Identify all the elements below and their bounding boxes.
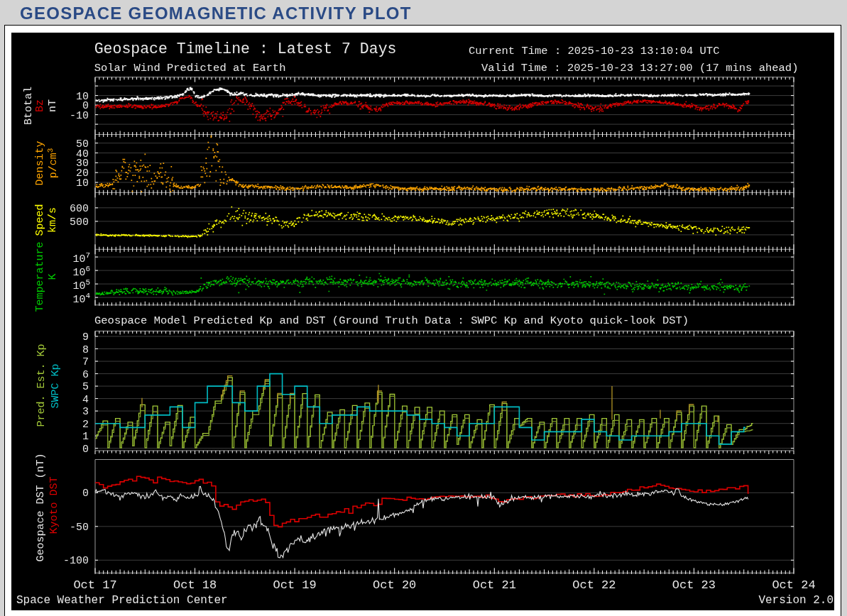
- svg-text:107: 107: [72, 251, 90, 265]
- svg-text:7: 7: [82, 356, 89, 368]
- svg-text:Oct 22: Oct 22: [572, 578, 616, 592]
- svg-text:Oct 21: Oct 21: [473, 578, 516, 592]
- svg-text:nT: nT: [47, 99, 59, 112]
- svg-text:2: 2: [82, 419, 89, 431]
- svg-text:600: 600: [70, 203, 89, 215]
- svg-text:-10: -10: [70, 110, 89, 122]
- svg-text:6: 6: [82, 369, 89, 381]
- svg-text:Btotal: Btotal: [23, 87, 35, 125]
- svg-text:5: 5: [82, 381, 89, 393]
- svg-text:104: 104: [72, 292, 90, 306]
- svg-text:1: 1: [82, 431, 89, 443]
- svg-text:km/s: km/s: [47, 207, 59, 233]
- svg-text:Pred. Est. Kp: Pred. Est. Kp: [35, 343, 48, 427]
- svg-text:106: 106: [72, 265, 90, 279]
- svg-text:Oct 24: Oct 24: [772, 578, 815, 592]
- svg-text:4: 4: [82, 394, 89, 406]
- svg-text:Speed: Speed: [34, 204, 46, 236]
- svg-text:Oct 19: Oct 19: [273, 578, 316, 592]
- svg-text:Oct 23: Oct 23: [672, 578, 716, 592]
- svg-text:Bz: Bz: [34, 99, 46, 112]
- svg-text:3: 3: [82, 406, 89, 418]
- svg-text:-50: -50: [70, 522, 89, 534]
- svg-text:105: 105: [72, 278, 90, 292]
- svg-text:Solar Wind Predicted at Earth: Solar Wind Predicted at Earth: [94, 62, 286, 75]
- svg-text:SWPC Kp: SWPC Kp: [50, 363, 62, 408]
- svg-text:500: 500: [70, 216, 89, 229]
- svg-text:8: 8: [82, 344, 89, 356]
- svg-text:Space Weather Prediction Cente: Space Weather Prediction Center: [16, 594, 228, 607]
- svg-text:Geospace Model Predicted Kp an: Geospace Model Predicted Kp and DST (Gro…: [94, 314, 689, 327]
- svg-text:K: K: [47, 273, 59, 280]
- svg-text:9: 9: [82, 331, 89, 343]
- svg-text:Geospace DST (nT): Geospace DST (nT): [35, 453, 47, 561]
- svg-text:p/cm3: p/cm3: [46, 148, 60, 179]
- svg-text:Geospace Timeline : Latest 7 D: Geospace Timeline : Latest 7 Days: [94, 40, 397, 57]
- svg-text:Oct 17: Oct 17: [73, 578, 116, 592]
- svg-text:0: 0: [82, 488, 89, 500]
- svg-text:Kyoto DST: Kyoto DST: [48, 476, 60, 534]
- svg-text:Oct 18: Oct 18: [173, 578, 217, 592]
- svg-text:-100: -100: [63, 555, 89, 567]
- svg-text:Valid Time : 2025-10-23 13:27:: Valid Time : 2025-10-23 13:27:00 (17 min…: [481, 62, 798, 75]
- svg-text:0: 0: [82, 444, 89, 456]
- svg-text:Current Time : 2025-10-23 13:1: Current Time : 2025-10-23 13:10:04 UTC: [469, 45, 719, 57]
- svg-text:10: 10: [76, 177, 89, 189]
- svg-text:Oct 20: Oct 20: [373, 578, 416, 592]
- svg-text:Version 2.0: Version 2.0: [758, 594, 834, 607]
- svg-text:Temperature: Temperature: [34, 241, 46, 312]
- svg-text:Density: Density: [34, 141, 46, 185]
